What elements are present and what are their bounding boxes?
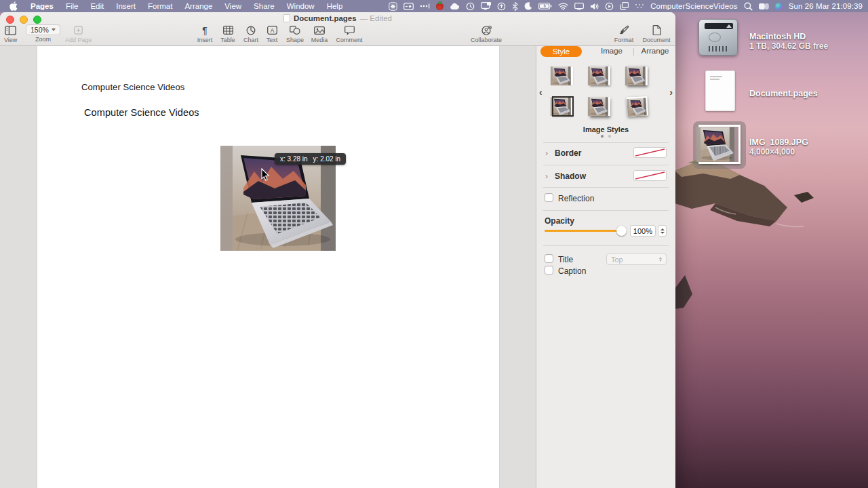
screen-record-icon[interactable] [403, 3, 414, 10]
title-checkbox[interactable] [545, 254, 553, 263]
document-heading-2[interactable]: Computer Science Videos [84, 107, 199, 118]
tooltip-y-value: y: 2.02 in [313, 155, 341, 163]
img-1089-thumbnail[interactable] [698, 125, 741, 164]
border-label[interactable]: Border [555, 148, 581, 158]
macintosh-hd-label[interactable]: Macintosh HD [749, 32, 806, 41]
styles-prev-chevron-icon[interactable]: ‹ [539, 87, 542, 98]
play-circle-icon[interactable] [605, 2, 614, 11]
title-position-select: Top [606, 253, 667, 265]
user-switcher-icon[interactable] [759, 3, 769, 10]
zoom-control[interactable]: 150% Zoom [26, 24, 60, 43]
hd-slot [705, 23, 733, 29]
opacity-slider-fill [545, 230, 621, 232]
menu-insert[interactable]: Insert [110, 0, 142, 12]
menu-arrange[interactable]: Arrange [178, 0, 218, 12]
title-position-value: Top [611, 256, 623, 264]
caption-checkbox[interactable] [545, 266, 553, 274]
display-notification-icon[interactable] [481, 2, 491, 10]
insert-icon: ¶ [202, 24, 208, 36]
image-style-option-5[interactable] [590, 97, 610, 116]
media-button[interactable]: Media [309, 24, 330, 43]
chevron-down-icon [52, 28, 56, 31]
menu-format[interactable]: Format [142, 0, 178, 12]
menu-file[interactable]: File [60, 0, 85, 12]
do-not-disturb-moon-icon[interactable] [524, 2, 532, 10]
input-dots-icon[interactable] [635, 3, 644, 9]
shadow-disclosure-chevron-icon[interactable]: › [545, 171, 548, 181]
reflection-label: Reflection [558, 194, 594, 203]
tooltip-x-value: x: 3.28 in [280, 155, 308, 163]
macintosh-hd-icon[interactable] [698, 19, 738, 56]
tab-style[interactable]: Style [540, 46, 582, 57]
image-style-option-2[interactable] [590, 66, 610, 85]
display-icon[interactable] [574, 3, 584, 10]
add-page-button: Add Page [65, 24, 92, 43]
shadow-label[interactable]: Shadow [555, 171, 586, 181]
menu-pages[interactable]: Pages [24, 0, 60, 12]
menu-help[interactable]: Help [321, 0, 349, 12]
document-canvas[interactable]: Computer Science Videos Computer Science… [0, 46, 536, 488]
bluetooth-icon[interactable] [512, 2, 518, 11]
document-pages-file-label[interactable]: Document.pages [749, 89, 818, 98]
format-button[interactable]: Format [609, 24, 639, 43]
cloud-icon[interactable] [450, 3, 460, 10]
apple-menu-icon[interactable] [0, 1, 24, 11]
chart-button[interactable]: Chart [241, 24, 260, 43]
drag-coordinates-tooltip: x: 3.28 in y: 2.02 in [275, 153, 346, 165]
menu-edit[interactable]: Edit [84, 0, 110, 12]
border-none-swatch[interactable] [633, 147, 667, 158]
hd-vents [709, 46, 729, 52]
reflection-checkbox[interactable] [545, 193, 553, 202]
comment-button[interactable]: Comment [335, 24, 363, 43]
img-1089-dimensions: 4,000×4,000 [749, 147, 795, 157]
image-style-option-3[interactable] [627, 66, 648, 85]
menu-view[interactable]: View [218, 0, 248, 12]
volume-icon[interactable] [590, 3, 599, 10]
text-button[interactable]: A Text [264, 24, 280, 43]
time-machine-icon[interactable] [466, 2, 475, 11]
opacity-label: Opacity [545, 216, 574, 226]
battery-charging-icon[interactable] [538, 3, 552, 9]
svg-text:A: A [270, 27, 274, 34]
shape-button[interactable]: Shape [285, 24, 305, 43]
logged-in-user[interactable]: ComputerScienceVideos [650, 2, 737, 10]
wifi-icon[interactable] [558, 3, 568, 10]
img-1089-label[interactable]: IMG_1089.JPG [749, 138, 808, 147]
tomato-app-icon[interactable] [436, 3, 443, 10]
document-proxy-icon[interactable] [283, 14, 290, 22]
document-heading-1[interactable]: Computer Science Videos [81, 82, 184, 92]
shadow-none-swatch[interactable] [633, 170, 667, 181]
tab-image[interactable]: Image [592, 47, 631, 55]
window-stack-icon[interactable] [620, 2, 629, 10]
opacity-stepper[interactable] [658, 225, 667, 237]
pinwheel-icon[interactable] [389, 2, 397, 11]
more-dots-icon[interactable] [420, 3, 430, 9]
opacity-slider[interactable] [545, 230, 626, 232]
caption-label: Caption [558, 266, 586, 276]
menu-share[interactable]: Share [248, 0, 281, 12]
opacity-slider-knob[interactable] [616, 226, 627, 236]
view-button[interactable]: View [4, 24, 17, 43]
menu-window[interactable]: Window [281, 0, 321, 12]
document-button[interactable]: Document [640, 24, 673, 43]
insert-button[interactable]: ¶ Insert [195, 24, 214, 43]
document-pages-file-icon[interactable] [705, 70, 735, 111]
image-style-thumbnails [553, 66, 660, 116]
image-style-option-6[interactable] [627, 96, 648, 117]
table-button[interactable]: Table [218, 24, 237, 43]
styles-next-chevron-icon[interactable]: › [669, 87, 673, 98]
document-page[interactable]: Computer Science Videos Computer Science… [37, 46, 499, 488]
border-disclosure-chevron-icon[interactable]: › [545, 148, 548, 158]
menu-bar-clock[interactable]: Sun 26 Mar 21:09:39 [789, 2, 863, 10]
styles-pagination-dots[interactable] [536, 135, 675, 138]
format-panel: Style Image Arrange ‹ › Image Styles › B… [536, 46, 675, 488]
image-style-option-1[interactable] [553, 66, 573, 85]
collaborate-button[interactable]: Collaborate [467, 24, 506, 43]
spotlight-search-icon[interactable] [744, 2, 753, 11]
image-style-option-4[interactable] [553, 97, 573, 116]
window-title: Document.pages [294, 14, 357, 22]
opacity-value-field[interactable]: 100% [630, 225, 656, 237]
siri-icon[interactable] [775, 3, 783, 10]
circle-up-icon[interactable] [497, 2, 506, 11]
tab-arrange[interactable]: Arrange [635, 47, 675, 55]
